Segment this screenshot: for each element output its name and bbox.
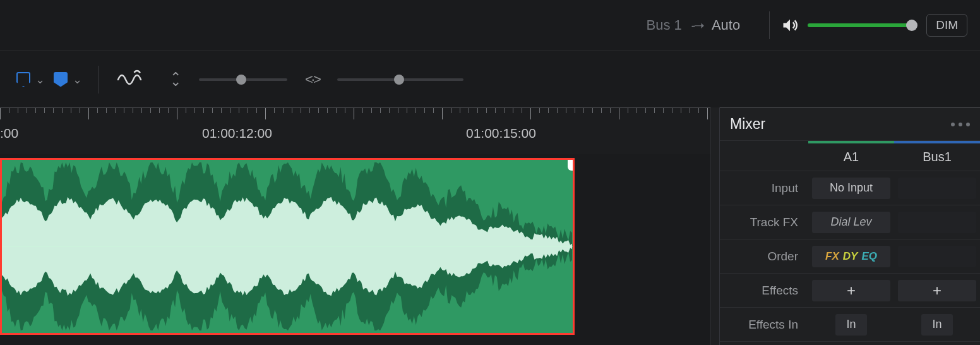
- timecode-label: :00: [0, 126, 18, 141]
- speaker-icon[interactable]: [781, 16, 799, 34]
- timecode-label: 01:00:15:00: [466, 126, 536, 141]
- order-a1-button[interactable]: FXDYEQ: [812, 246, 890, 267]
- slider-thumb-icon[interactable]: [394, 75, 404, 85]
- scrollbar-gutter[interactable]: [710, 107, 719, 345]
- channel-name-a1[interactable]: A1: [808, 143, 894, 171]
- slider-thumb-icon[interactable]: [236, 75, 246, 85]
- mixer-options-icon[interactable]: [951, 123, 970, 126]
- row-label-trackfx: Track FX: [720, 205, 808, 239]
- divider: [769, 11, 770, 39]
- audio-clip-selected[interactable]: [0, 158, 575, 335]
- flag-filled-icon[interactable]: [54, 72, 68, 87]
- effects-add-bus1-button[interactable]: +: [898, 280, 976, 301]
- chevron-down-icon[interactable]: ⌄: [73, 73, 82, 87]
- svg-marker-0: [784, 20, 791, 32]
- automation-mode-label[interactable]: Auto: [712, 17, 740, 33]
- clip-out-handle-icon[interactable]: [568, 158, 575, 171]
- row-label-effectsin: Effects In: [720, 308, 808, 342]
- vertical-resize-icon[interactable]: ⌃⌄: [170, 75, 181, 85]
- top-bar: Bus 1 ··➝ Auto DIM: [0, 0, 980, 51]
- monitor-volume-slider[interactable]: [808, 23, 915, 27]
- transient-icon[interactable]: [116, 68, 146, 91]
- divider: [99, 66, 99, 94]
- input-a1-button[interactable]: No Input: [812, 178, 890, 199]
- timecode-label: 01:00:12:00: [202, 126, 272, 141]
- bus-output-label[interactable]: Bus 1: [647, 17, 682, 33]
- row-label-input: Input: [720, 171, 808, 205]
- dim-button[interactable]: DIM: [926, 14, 967, 37]
- channel-name-bus1[interactable]: Bus1: [894, 143, 980, 171]
- timeline-toolbar: ⌄ ⌄ ⌃⌄ <·>: [0, 51, 980, 107]
- trackfx-bus1-button[interactable]: [898, 212, 976, 233]
- input-bus1-button[interactable]: [898, 178, 976, 199]
- chevron-down-icon[interactable]: ⌄: [35, 73, 45, 87]
- flag-group-outline[interactable]: ⌄: [16, 72, 45, 87]
- effects-add-a1-button[interactable]: +: [812, 280, 890, 301]
- timeline-ruler[interactable]: // ticks generated after data load below…: [0, 107, 710, 154]
- trackfx-a1-button[interactable]: Dial Lev: [812, 212, 890, 233]
- flag-outline-icon[interactable]: [16, 72, 30, 87]
- timeline[interactable]: // ticks generated after data load below…: [0, 107, 710, 345]
- zero-crossing-line: [2, 246, 573, 247]
- mixer-panel: Mixer A1 Bus1 Input No Input Track FX Di…: [719, 107, 980, 345]
- flag-group-filled[interactable]: ⌄: [54, 72, 82, 87]
- effectsin-a1-button[interactable]: In: [835, 314, 867, 336]
- horizontal-zoom-slider[interactable]: [337, 78, 463, 81]
- mixer-title: Mixer: [730, 116, 765, 133]
- row-label-effects: Effects: [720, 274, 808, 308]
- route-arrow-icon: ··➝: [691, 18, 703, 33]
- horizontal-resize-icon[interactable]: <·>: [305, 71, 320, 88]
- effectsin-bus1-button[interactable]: In: [921, 314, 953, 336]
- vertical-zoom-slider[interactable]: [199, 78, 287, 81]
- order-bus1-button[interactable]: [898, 246, 976, 267]
- slider-thumb-icon[interactable]: [906, 20, 917, 31]
- row-label-order: Order: [720, 239, 808, 274]
